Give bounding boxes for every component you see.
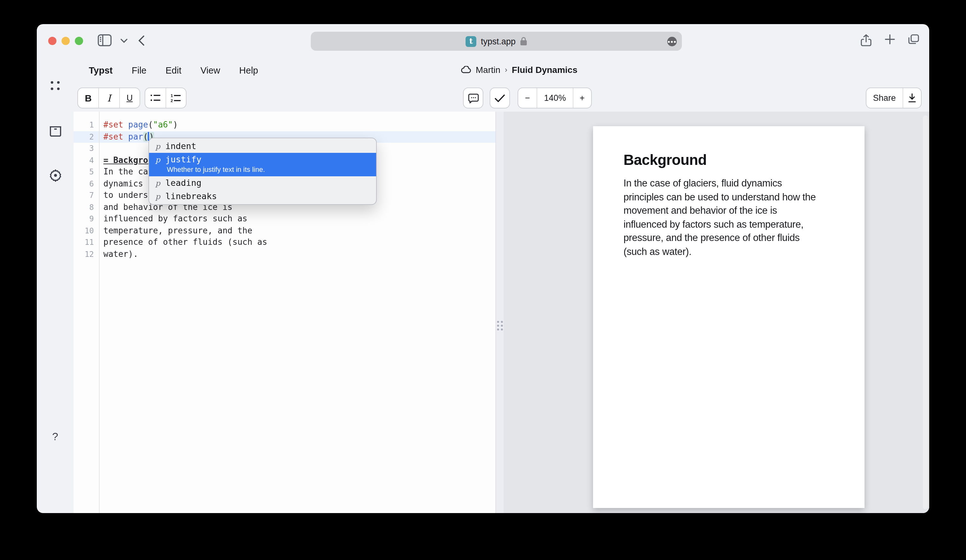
splitter-drag-handle-icon[interactable] (497, 321, 503, 330)
window-controls (48, 37, 83, 45)
menu-file[interactable]: File (131, 65, 146, 76)
breadcrumb: Martin › Fluid Dynamics (460, 65, 578, 75)
pane-splitter[interactable] (495, 112, 504, 513)
preview-pane: Background In the case of glaciers, flui… (504, 112, 929, 513)
autocomplete-label: justify (165, 154, 201, 164)
line-number: 11 (74, 236, 94, 248)
cloud-icon (460, 66, 471, 74)
breadcrumb-workspace[interactable]: Martin (476, 65, 501, 75)
share-page-icon[interactable] (861, 34, 871, 46)
zoom-out-button[interactable]: − (518, 88, 537, 108)
zoom-in-button[interactable]: + (572, 88, 591, 108)
zoom-control-group: − 140% + (518, 87, 592, 108)
autocomplete-item-justify[interactable]: pjustify (149, 153, 376, 166)
browser-actions (861, 34, 919, 46)
screen: t typst.app ●●● (0, 0, 966, 560)
line-number: 10 (74, 225, 94, 236)
back-icon[interactable] (138, 36, 145, 46)
code-line[interactable]: #set page("a6") (104, 119, 178, 131)
autocomplete-item-indent[interactable]: pindent (149, 140, 376, 153)
list-format-group: 1 2 (145, 87, 186, 108)
new-tab-icon[interactable] (885, 34, 895, 46)
svg-text:1: 1 (171, 94, 173, 98)
browser-window: t typst.app ●●● (37, 24, 929, 513)
site-favicon: t (465, 36, 476, 47)
line-number: 12 (74, 248, 94, 260)
parameter-icon: p (155, 142, 160, 151)
url-host: typst.app (481, 36, 516, 46)
line-number: 2 (74, 131, 94, 143)
line-number: 3 (74, 143, 94, 154)
preview-scrollbar[interactable] (923, 115, 928, 509)
tab-overview-icon[interactable] (908, 34, 919, 46)
app-grid-icon[interactable] (37, 81, 74, 90)
menu-edit[interactable]: Edit (166, 65, 181, 76)
line-number: 5 (74, 166, 94, 178)
line-number: 8 (74, 201, 94, 213)
menu-typst[interactable]: Typst (89, 65, 113, 76)
page-heading: Background (624, 151, 706, 169)
underline-button[interactable]: U (119, 88, 140, 108)
autocomplete-label: indent (165, 141, 196, 151)
comments-button[interactable] (463, 87, 483, 108)
rendered-page: Background In the case of glaciers, flui… (593, 126, 864, 508)
parameter-icon: p (155, 179, 160, 188)
minimize-window-button[interactable] (61, 37, 70, 45)
code-line[interactable]: #set par() (104, 131, 154, 143)
page-paragraph: In the case of glaciers, fluid dynamicsp… (624, 176, 846, 258)
line-number: 4 (74, 154, 94, 166)
bullet-list-button[interactable] (145, 88, 166, 108)
chevron-down-icon[interactable] (120, 39, 128, 43)
app-header: TypstFileEditViewHelp Martin › Fluid Dyn… (37, 57, 929, 85)
autocomplete-item-linebreaks[interactable]: plinebreaks (149, 190, 376, 203)
code-line[interactable]: water). (104, 248, 138, 260)
line-number: 1 (74, 119, 94, 131)
breadcrumb-separator: › (505, 65, 508, 74)
code-editor[interactable]: 123456789101112 #set page("a6")#set par(… (74, 112, 495, 513)
svg-text:2: 2 (171, 98, 173, 102)
breadcrumb-document-title[interactable]: Fluid Dynamics (512, 65, 578, 75)
code-line[interactable]: influenced by factors such as (104, 213, 247, 225)
page-paragraph-line: influenced by factors such as temperatur… (624, 218, 846, 231)
line-number: 9 (74, 213, 94, 225)
text-format-group: B I U (77, 87, 140, 108)
code-line[interactable]: temperature, pressure, and the (104, 225, 253, 236)
autocomplete-label: leading (165, 177, 201, 188)
address-bar[interactable]: t typst.app ●●● (311, 32, 682, 51)
line-number: 7 (74, 190, 94, 201)
page-paragraph-line: principles can be used to understand how… (624, 190, 846, 204)
left-rail: ? typst (37, 112, 74, 513)
parameter-icon: p (155, 192, 160, 201)
menu-help[interactable]: Help (239, 65, 258, 76)
fullscreen-window-button[interactable] (75, 37, 83, 45)
autocomplete-popup: pindentpjustifyWhether to justify text i… (148, 138, 377, 205)
menu-view[interactable]: View (200, 65, 220, 76)
italic-button[interactable]: I (99, 88, 119, 108)
page-paragraph-line: (such as water). (624, 245, 846, 258)
autocomplete-item-leading[interactable]: pleading (149, 176, 376, 190)
lock-icon (520, 37, 527, 46)
page-paragraph-line: In the case of glaciers, fluid dynamics (624, 176, 846, 190)
page-settings-icon[interactable]: ●●● (667, 36, 677, 46)
close-window-button[interactable] (48, 37, 56, 45)
autocomplete-label: linebreaks (165, 191, 217, 201)
share-button[interactable]: Share (866, 88, 902, 108)
page-paragraph-line: pressure, and the presence of other flui… (624, 231, 846, 245)
autocomplete-description: Whether to justify text in its line. (149, 166, 376, 176)
bold-button[interactable]: B (78, 88, 99, 108)
help-button[interactable]: ? (37, 430, 74, 443)
code-line[interactable]: presence of other fluids (such as (104, 236, 267, 248)
numbered-list-button[interactable]: 1 2 (166, 88, 186, 108)
browser-chrome: t typst.app ●●● (37, 24, 929, 57)
menu-bar: TypstFileEditViewHelp (89, 65, 258, 76)
gutter-divider (99, 112, 100, 513)
download-button[interactable] (902, 88, 921, 108)
zoom-level-value[interactable]: 140% (537, 88, 572, 108)
share-export-group: Share (866, 87, 922, 108)
sidebar-toggle-icon[interactable] (98, 34, 112, 46)
compile-status-button[interactable] (490, 87, 510, 108)
parameter-icon: p (155, 155, 160, 164)
page-paragraph-line: movement and behavior of the ice is (624, 204, 846, 217)
main-area: ? typst 123456789101112 #set page("a6")#… (37, 112, 929, 513)
line-number: 6 (74, 178, 94, 190)
